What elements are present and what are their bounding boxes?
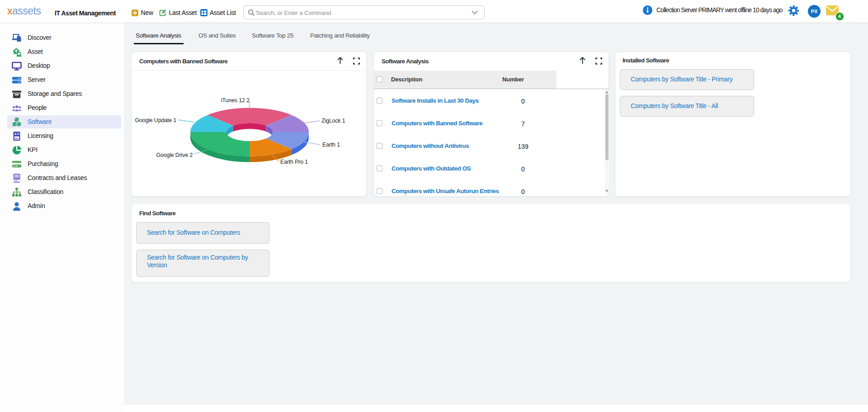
svg-text:ZigLock 1: ZigLock 1: [321, 118, 345, 124]
svg-text:Google Drive 2: Google Drive 2: [156, 152, 193, 158]
svg-text:Google Update 1: Google Update 1: [135, 117, 176, 123]
svg-text:Earth Pro 1: Earth Pro 1: [280, 159, 308, 165]
svg-text:Earth 1: Earth 1: [322, 142, 340, 148]
svg-text:iTunes 12 2: iTunes 12 2: [221, 97, 250, 104]
